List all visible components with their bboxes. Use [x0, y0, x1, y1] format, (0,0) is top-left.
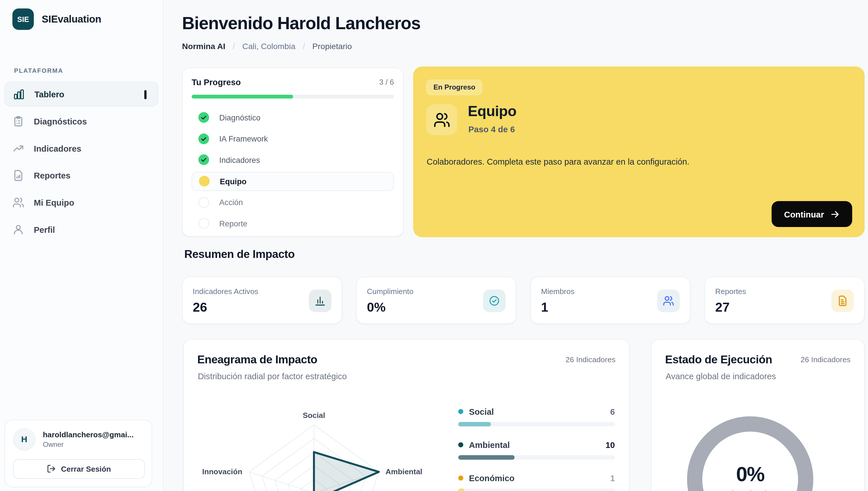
radar-card: Eneagrama de Impacto 26 Indicadores Dist…	[183, 339, 629, 491]
sidebar-item-label: Diagnósticos	[34, 116, 87, 126]
progress-bar-track	[192, 95, 394, 99]
legend-bar-fill	[458, 422, 491, 426]
check-circle-icon	[198, 134, 209, 144]
step-label: IA Framework	[219, 134, 268, 143]
legend-value: 1	[610, 473, 615, 483]
stat-card-cumplimiento: Cumplimiento 0%	[356, 277, 516, 324]
sidebar-item-tablero[interactable]: Tablero	[5, 82, 159, 107]
clipboard-icon	[12, 115, 24, 127]
radar-count-badge: 26 Indicadores	[565, 353, 615, 364]
sidebar-section-label: PLATAFORMA	[0, 30, 163, 74]
pending-step-dot	[198, 197, 209, 208]
active-indicator	[144, 90, 146, 99]
sidebar-item-label: Indicadores	[34, 143, 81, 153]
step-ia-framework[interactable]: IA Framework	[192, 128, 394, 149]
legend-item-social: Social 6	[458, 405, 615, 438]
circle-check-icon	[483, 290, 506, 312]
trending-up-icon	[12, 142, 24, 154]
step-title: Equipo	[468, 103, 516, 120]
progress-steps: Diagnóstico IA Framework Indicadores Equ…	[192, 107, 394, 234]
donut-caption: Completado	[730, 489, 771, 491]
svg-text:Innovación: Innovación	[202, 467, 243, 476]
sidebar-item-label: Reportes	[34, 170, 71, 180]
step-equipo[interactable]: Equipo	[192, 172, 394, 191]
stat-card-miembros: Miembros 1	[531, 277, 691, 324]
logout-button[interactable]: Cerrar Sesión	[13, 459, 145, 479]
svg-text:Ambiental: Ambiental	[386, 467, 422, 476]
step-indicadores[interactable]: Indicadores	[192, 149, 394, 170]
page-title: Bienvenido Harold Lancheros	[182, 13, 420, 34]
sidebar-item-diagnosticos[interactable]: Diagnósticos	[5, 109, 159, 134]
sidebar-item-mi-equipo[interactable]: Mi Equipo	[5, 190, 159, 214]
sidebar-item-reportes[interactable]: Reportes	[5, 163, 159, 188]
app-window: SIE SIEvaluation PLATAFORMA Tablero Diag…	[0, 0, 868, 491]
legend-label: Económico	[469, 473, 605, 483]
step-diagnostico[interactable]: Diagnóstico	[192, 107, 394, 128]
donut-chart: 0% Completado	[651, 340, 865, 491]
user-card: H haroldlancheros@gmai... Owner Cerrar S…	[5, 420, 152, 487]
legend-bar-track	[458, 455, 615, 460]
app-logo: SIE	[12, 8, 34, 30]
legend-bar-track	[458, 488, 615, 491]
pending-step-dot	[198, 218, 209, 229]
progress-card: Tu Progreso 3 / 6 Diagnóstico IA Framewo…	[182, 67, 404, 236]
current-step-dot	[199, 176, 210, 186]
step-progress-label: Paso 4 de 6	[468, 124, 515, 134]
legend-item-ambiental: Ambiental 10	[458, 438, 615, 472]
arrow-right-icon	[830, 209, 840, 219]
users-icon	[12, 196, 24, 208]
step-icon-tile	[426, 104, 457, 135]
legend-item-economico: Económico 1	[458, 472, 615, 491]
breadcrumb-separator: /	[303, 41, 305, 51]
stat-card-indicadores-activos: Indicadores Activos 26	[182, 277, 342, 324]
legend-value: 10	[606, 440, 615, 449]
status-badge: En Progreso	[426, 80, 483, 95]
logout-label: Cerrar Sesión	[61, 464, 111, 473]
radar-chart: SocialAmbientalInnovación	[184, 340, 454, 491]
bar-chart-icon	[13, 88, 25, 100]
svg-text:Social: Social	[303, 411, 325, 420]
breadcrumb-location: Cali, Colombia	[242, 41, 295, 51]
step-label: Acción	[219, 198, 243, 207]
current-step-card: En Progreso Equipo Paso 4 de 6 Colaborad…	[413, 66, 865, 237]
legend-label: Social	[469, 406, 605, 416]
brand: SIE SIEvaluation	[0, 0, 163, 30]
legend-bar-fill	[458, 455, 514, 460]
sidebar-item-perfil[interactable]: Perfil	[5, 217, 159, 242]
user-email: haroldlancheros@gmai...	[43, 430, 134, 438]
step-accion[interactable]: Acción	[192, 192, 394, 213]
step-label: Diagnóstico	[219, 113, 261, 122]
continue-label: Continuar	[784, 209, 824, 219]
continue-button[interactable]: Continuar	[772, 201, 852, 227]
sidebar-nav: Tablero Diagnósticos Indicadores Repor	[0, 74, 163, 242]
app-name: SIEvaluation	[41, 13, 101, 25]
legend-dot	[458, 442, 464, 447]
progress-counter: 3 / 6	[379, 78, 394, 86]
user-role: Owner	[43, 440, 134, 448]
summary-title: Resumen de Impacto	[184, 248, 295, 261]
file-chart-icon	[12, 169, 24, 181]
legend-bar-track	[458, 422, 615, 426]
legend-bar-fill	[458, 488, 465, 491]
users-icon	[657, 290, 680, 312]
sidebar: SIE SIEvaluation PLATAFORMA Tablero Diag…	[0, 0, 164, 491]
step-reporte[interactable]: Reporte	[192, 213, 394, 234]
bar-chart-icon	[309, 290, 331, 312]
check-circle-icon	[198, 154, 209, 165]
legend-label: Ambiental	[469, 440, 600, 449]
sidebar-item-indicadores[interactable]: Indicadores	[5, 136, 159, 161]
execution-card: Estado de Ejecución 26 Indicadores Avanc…	[651, 339, 865, 491]
sidebar-item-label: Tablero	[34, 89, 64, 99]
progress-bar-fill	[192, 95, 293, 99]
step-label: Indicadores	[219, 155, 260, 164]
main-content: Bienvenido Harold Lancheros Normina AI /…	[164, 0, 868, 491]
legend-dot	[458, 409, 464, 414]
logout-icon	[47, 464, 56, 473]
check-circle-icon	[198, 112, 209, 123]
breadcrumb-role: Propietario	[312, 41, 352, 51]
step-label: Equipo	[220, 177, 247, 186]
user-icon	[12, 223, 24, 235]
step-description: Colaboradores. Completa este paso para a…	[427, 156, 842, 166]
legend-dot	[458, 475, 464, 480]
radar-legend: Social 6 Ambiental 10 Ec	[458, 405, 615, 491]
